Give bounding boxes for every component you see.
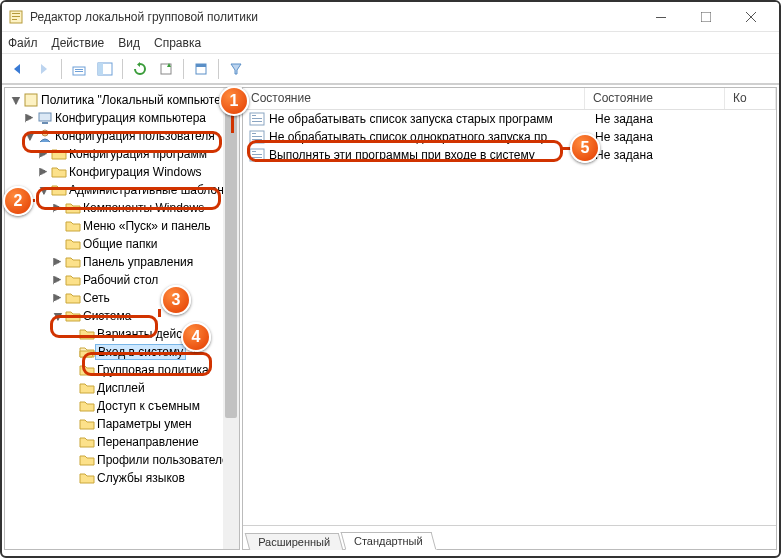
svg-rect-4 [656,17,666,18]
svg-rect-1 [12,13,20,14]
filter-button[interactable] [224,57,248,81]
export-button[interactable] [154,57,178,81]
folder-icon [79,326,95,342]
tree-redirect[interactable]: Перенаправление [9,433,239,451]
up-button[interactable] [67,57,91,81]
tree-action-opts[interactable]: Варианты действий [9,325,239,343]
tree-control-panel[interactable]: ⯈ Панель управления [9,253,239,271]
folder-icon [79,452,95,468]
tree-label: Конфигурация компьютера [55,111,206,125]
properties-button[interactable] [189,57,213,81]
tree-logon[interactable]: Вход в систему [9,343,239,361]
tree-admin-templates[interactable]: ⯆ Административные шаблоны [9,181,239,199]
col-k[interactable]: Ко [725,88,776,109]
list-item-state: Не задана [587,112,727,126]
setting-icon [249,112,265,126]
menu-action[interactable]: Действие [52,36,105,50]
tree-user-profiles[interactable]: Профили пользователей [9,451,239,469]
tree-label: Панель управления [83,255,193,269]
tab-extended[interactable]: Расширенный [245,533,344,550]
svg-rect-34 [252,151,256,152]
tree-label: Конфигурация программ [69,147,207,161]
tree-comp-conf[interactable]: ⯈ Конфигурация компьютера [9,109,239,127]
refresh-button[interactable] [128,57,152,81]
tree-panel: ⯆ Политика "Локальный компьютер" ⯈ Конфи… [4,87,240,550]
tree-lang-svcs[interactable]: Службы языков [9,469,239,487]
tree-smart-params[interactable]: Параметры умен [9,415,239,433]
tree-removable[interactable]: Доступ к съемным [9,397,239,415]
svg-rect-11 [75,69,83,70]
tab-standard[interactable]: Стандартный [341,532,436,550]
content-area: ⯆ Политика "Локальный компьютер" ⯈ Конфи… [2,84,779,552]
tree-label: Службы языков [97,471,185,485]
list-row[interactable]: Не обрабатывать список однократного запу… [243,128,776,146]
tree-user-conf[interactable]: ⯆ Конфигурация пользователя [9,127,239,145]
tree-label: Конфигурация Windows [69,165,202,179]
gpedit-icon [8,9,24,25]
tree-label: Компоненты Windows [83,201,204,215]
folder-icon [79,434,95,450]
tree-label: Параметры умен [97,417,192,431]
svg-rect-35 [252,154,262,155]
svg-rect-23 [42,122,48,124]
folder-icon [79,398,95,414]
maximize-button[interactable] [683,3,728,31]
folder-icon [65,218,81,234]
tree-desktop[interactable]: ⯈ Рабочий стол [9,271,239,289]
show-tree-button[interactable] [93,57,117,81]
menu-help[interactable]: Справка [154,36,201,50]
svg-marker-9 [41,64,47,74]
computer-icon [37,110,53,126]
folder-icon [79,362,95,378]
menu-file[interactable]: Файл [8,36,38,50]
forward-button[interactable] [32,57,56,81]
svg-rect-31 [252,136,262,137]
svg-marker-15 [137,62,140,67]
list-row[interactable]: Выполнять эти программы при входе в сист… [243,146,776,164]
tree-start-menu[interactable]: Меню «Пуск» и панель [9,217,239,235]
tree-win-conf[interactable]: ⯈ Конфигурация Windows [9,163,239,181]
folder-icon [79,416,95,432]
svg-marker-8 [14,64,20,74]
svg-marker-20 [231,64,241,74]
setting-icon [249,130,265,144]
tree-scrollbar[interactable] [223,88,239,549]
folder-icon [79,470,95,486]
col-state[interactable]: Состояние [585,88,725,109]
tree-display[interactable]: Дисплей [9,379,239,397]
settings-panel: Состояние Состояние Ко Не обрабатывать с… [242,87,777,550]
close-button[interactable] [728,3,773,31]
menu-view[interactable]: Вид [118,36,140,50]
titlebar: Редактор локальной групповой политики [2,2,779,32]
folder-icon [65,308,81,324]
folder-icon [65,236,81,252]
tree-root[interactable]: ⯆ Политика "Локальный компьютер" [9,91,239,109]
tree-label: Групповая политика [97,363,209,377]
list-row[interactable]: Не обрабатывать список запуска старых пр… [243,110,776,128]
tree-label: Рабочий стол [83,273,158,287]
tree-root-label: Политика "Локальный компьютер" [41,93,232,107]
tree-group-policy[interactable]: Групповая политика [9,361,239,379]
tree-label: Конфигурация пользователя [55,129,215,143]
svg-rect-27 [252,118,262,119]
minimize-button[interactable] [638,3,683,31]
list-item-label: Выполнять эти программы при входе в сист… [269,148,587,162]
tree-label-selected: Вход в систему [95,344,186,360]
tree-label: Варианты действий [97,327,207,341]
tree-win-components[interactable]: ⯈ Компоненты Windows [9,199,239,217]
tree-network[interactable]: ⯈ Сеть [9,289,239,307]
back-button[interactable] [6,57,30,81]
tabs: Расширенный Стандартный [243,525,776,549]
tree-shared-folders[interactable]: Общие папки [9,235,239,253]
tree-system[interactable]: ⯆ Система [9,307,239,325]
tree-label: Система [83,309,131,323]
svg-rect-2 [12,16,20,17]
col-setting[interactable]: Состояние [243,88,585,109]
svg-rect-3 [12,19,17,20]
tree-soft-conf[interactable]: ⯈ Конфигурация программ [9,145,239,163]
folder-icon [51,146,67,162]
svg-rect-32 [252,139,262,140]
folder-icon [65,254,81,270]
svg-rect-22 [39,113,51,121]
policy-icon [23,92,39,108]
